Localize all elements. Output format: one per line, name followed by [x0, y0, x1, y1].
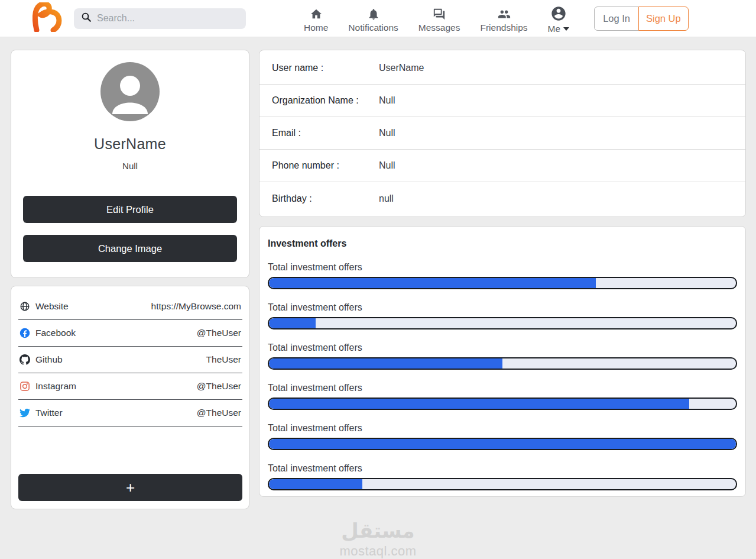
nav-label: Friendships — [480, 22, 527, 33]
social-name: Github — [35, 354, 63, 365]
progress-fill — [269, 358, 502, 369]
globe-icon — [20, 301, 30, 312]
social-link-github[interactable]: Github TheUser — [18, 347, 242, 373]
social-left: Facebook — [20, 328, 76, 338]
bell-icon — [367, 8, 380, 21]
detail-row-organization: Organization Name : Null — [259, 85, 745, 117]
chevron-down-icon — [563, 27, 569, 31]
social-value: https://MyBrowse.com — [151, 301, 241, 312]
watermark-arabic: مستقل — [0, 519, 756, 542]
detail-value: null — [379, 193, 394, 204]
social-left: Instagram — [20, 381, 76, 392]
social-name: Twitter — [35, 408, 63, 418]
investment-offers-title: Investment offers — [268, 238, 737, 249]
social-value: TheUser — [206, 354, 241, 365]
nav-item-friendships[interactable]: Friendships — [480, 3, 527, 33]
instagram-icon — [20, 381, 30, 392]
github-icon — [20, 354, 30, 365]
top-navbar: Home Notifications Messages — [0, 0, 756, 37]
investment-offer-item: Total investment offers — [268, 463, 737, 490]
nav-item-notifications[interactable]: Notifications — [348, 3, 398, 33]
add-social-link-button[interactable]: + — [18, 474, 242, 501]
nav-items: Home Notifications Messages — [304, 3, 569, 34]
me-avatar-icon — [550, 5, 567, 22]
progress-label: Total investment offers — [268, 423, 737, 434]
detail-value: Null — [379, 128, 395, 138]
right-column: User name : UserName Organization Name :… — [259, 50, 746, 497]
nav-item-messages[interactable]: Messages — [418, 3, 460, 33]
search-input[interactable] — [97, 13, 239, 24]
progress-label: Total investment offers — [268, 262, 737, 273]
social-value: @TheUser — [197, 381, 241, 392]
social-links-card: Website https://MyBrowse.com Facebook @T… — [11, 286, 249, 509]
social-link-twitter[interactable]: Twitter @TheUser — [18, 400, 242, 426]
progress-fill — [269, 439, 736, 449]
progress-bar — [268, 398, 737, 410]
detail-value: Null — [379, 95, 395, 106]
progress-fill — [269, 278, 596, 288]
investment-offer-item: Total investment offers — [268, 302, 737, 329]
social-left: Website — [20, 301, 69, 312]
investment-offers-card: Investment offers Total investment offer… — [259, 226, 746, 497]
friends-icon — [497, 8, 511, 21]
nav-item-me[interactable]: Me — [548, 3, 570, 34]
social-value: @TheUser — [197, 408, 241, 418]
detail-row-phone: Phone number : Null — [259, 150, 745, 182]
detail-value: Null — [379, 160, 395, 171]
auth-buttons: Log In Sign Up — [594, 7, 689, 31]
progress-bar — [268, 438, 737, 450]
social-link-facebook[interactable]: Facebook @TheUser — [18, 320, 242, 347]
nav-item-home[interactable]: Home — [304, 3, 328, 33]
edit-profile-button[interactable]: Edit Profile — [23, 196, 237, 223]
progress-bar — [268, 357, 737, 370]
social-name: Facebook — [35, 328, 76, 338]
detail-value: UserName — [379, 63, 424, 73]
investment-offer-item: Total investment offers — [268, 383, 737, 410]
investment-offer-item: Total investment offers — [268, 423, 737, 450]
home-icon — [310, 8, 323, 21]
search-icon — [81, 12, 92, 25]
progress-fill — [269, 318, 316, 328]
detail-row-birthday: Birthday : null — [259, 182, 745, 215]
progress-fill — [269, 399, 689, 409]
progress-bar — [268, 317, 737, 329]
investment-offer-item: Total investment offers — [268, 342, 737, 370]
social-link-instagram[interactable]: Instagram @TheUser — [18, 373, 242, 400]
profile-subtitle: Null — [23, 161, 237, 171]
profile-username: UserName — [23, 135, 237, 153]
nav-label: Home — [304, 22, 328, 33]
progress-fill — [269, 479, 362, 489]
change-image-button[interactable]: Change Image — [23, 235, 237, 262]
nav-label: Notifications — [348, 22, 398, 33]
main-content: UserName Null Edit Profile Change Image … — [0, 37, 756, 509]
login-button[interactable]: Log In — [594, 7, 639, 31]
progress-label: Total investment offers — [268, 463, 737, 474]
nav-label: Messages — [418, 22, 460, 33]
social-name: Website — [35, 301, 69, 312]
signup-button[interactable]: Sign Up — [638, 7, 689, 31]
detail-row-username: User name : UserName — [259, 52, 745, 85]
brand-swirl-icon — [33, 2, 64, 34]
facebook-icon — [20, 328, 30, 338]
messages-icon — [433, 8, 446, 21]
watermark-latin: mostaql.com — [0, 544, 756, 559]
brand-logo[interactable] — [33, 3, 65, 34]
me-label-row: Me — [548, 24, 570, 34]
social-link-website[interactable]: Website https://MyBrowse.com — [18, 293, 242, 320]
detail-row-email: Email : Null — [259, 117, 745, 150]
progress-label: Total investment offers — [268, 383, 737, 393]
progress-label: Total investment offers — [268, 342, 737, 353]
progress-bar — [268, 277, 737, 289]
left-column: UserName Null Edit Profile Change Image … — [11, 50, 249, 509]
search-box — [74, 8, 246, 29]
social-left: Twitter — [20, 408, 63, 418]
social-value: @TheUser — [197, 328, 241, 338]
investment-offer-item: Total investment offers — [268, 262, 737, 289]
progress-bar — [268, 478, 737, 490]
social-left: Github — [20, 354, 63, 365]
detail-label: Birthday : — [272, 193, 379, 204]
profile-card: UserName Null Edit Profile Change Image — [11, 50, 249, 278]
detail-label: Phone number : — [272, 160, 379, 171]
progress-label: Total investment offers — [268, 302, 737, 313]
nav-label: Me — [548, 24, 561, 34]
